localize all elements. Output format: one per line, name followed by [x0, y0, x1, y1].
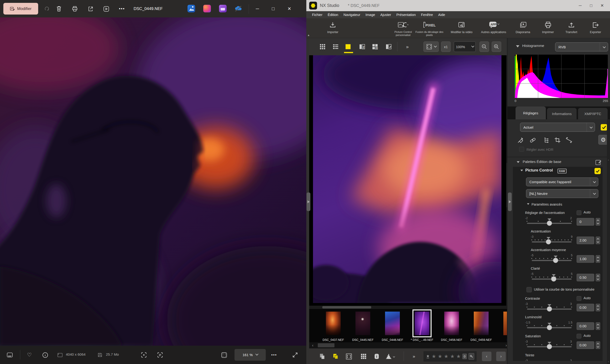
- sidebar-scrollbar[interactable]: ⌃ ⌄: [607, 119, 610, 364]
- retouch-brush-icon[interactable]: [529, 136, 536, 144]
- grid-view-icon[interactable]: [317, 41, 328, 52]
- slider-value[interactable]: 2.00: [577, 236, 594, 244]
- settings-gear-icon[interactable]: ⚙: [598, 135, 608, 145]
- picture-control-utility-button[interactable]: Picture Control personnalisé: [389, 20, 417, 37]
- value-stepper[interactable]: [596, 304, 600, 311]
- color-control-point-icon[interactable]: [542, 136, 549, 144]
- photo-info-icon[interactable]: [373, 353, 380, 360]
- histogram-chevron-icon[interactable]: [393, 355, 395, 358]
- print-button[interactable]: Imprimer: [542, 20, 554, 34]
- gray-point-eyedropper-icon[interactable]: [517, 136, 524, 144]
- star-icon[interactable]: ★: [444, 353, 448, 359]
- auto-checkbox[interactable]: [577, 334, 581, 338]
- zoom-level-button[interactable]: 161 %: [235, 349, 266, 361]
- favorite-heart-icon[interactable]: ♡: [26, 351, 33, 359]
- edit-button[interactable]: Modifier: [3, 3, 38, 14]
- scroll-up-icon[interactable]: ⌃: [607, 159, 610, 162]
- upload-button[interactable]: Transfert: [565, 20, 577, 34]
- grid-overlay-icon[interactable]: [360, 353, 367, 360]
- list-view-icon[interactable]: [330, 41, 341, 52]
- menu-fenetre[interactable]: Fenêtre: [418, 13, 436, 17]
- left-panel-collapse-handle[interactable]: [306, 193, 310, 211]
- zoom-out-icon[interactable]: [480, 41, 489, 52]
- star-icon[interactable]: ★: [431, 353, 436, 359]
- filmstrip-item[interactable]: DSC_0445.NEF: [348, 309, 377, 342]
- menu-ajuster[interactable]: Ajuster: [378, 13, 394, 17]
- histogram-channel-dropdown[interactable]: RVB: [555, 42, 608, 52]
- toolbar-collapse-icon[interactable]: ▲: [307, 34, 310, 37]
- adjustment-preset-dropdown[interactable]: Actuel: [520, 123, 595, 132]
- straighten-icon[interactable]: [565, 136, 572, 144]
- slider-track[interactable]: [527, 223, 572, 224]
- slider-thumb[interactable]: [553, 258, 558, 263]
- horizontal-scrollbar-thumb[interactable]: [322, 306, 371, 309]
- stack-filter-icon-active[interactable]: [332, 353, 339, 360]
- slideshow-icon[interactable]: [103, 5, 110, 13]
- menu-aide[interactable]: Aide: [436, 13, 448, 17]
- hdr-checkbox[interactable]: [519, 147, 524, 152]
- edit-palette-icon[interactable]: [595, 159, 602, 166]
- nx-image-canvas[interactable]: [309, 55, 510, 306]
- filmstrip-scrollbar[interactable]: ‹ ›: [309, 342, 510, 348]
- slider-track[interactable]: [527, 309, 572, 310]
- filmstrip-item[interactable]: DSC_0437.NEF: [319, 309, 347, 342]
- nx-minimize-button[interactable]: ─: [575, 3, 586, 8]
- slider-value[interactable]: 0.00: [577, 341, 594, 349]
- scroll-left-icon[interactable]: ‹: [310, 343, 315, 348]
- slider-track[interactable]: [527, 346, 572, 347]
- bottombar-more-icon[interactable]: »: [410, 353, 417, 360]
- tab-xmp-iptc[interactable]: XMP/IPTC: [578, 108, 608, 119]
- filmstrip-item[interactable]: DSC_0456.NEF: [437, 309, 466, 342]
- scroll-down-icon[interactable]: ⌄: [607, 360, 610, 363]
- menu-presentation[interactable]: Présentation: [394, 13, 418, 17]
- value-stepper[interactable]: [596, 255, 600, 263]
- collapse-triangle-icon[interactable]: [517, 161, 520, 163]
- collapse-triangle-icon[interactable]: [516, 45, 519, 47]
- designer-app-icon[interactable]: [203, 5, 211, 13]
- apply-adjustments-checkbox[interactable]: [601, 124, 607, 130]
- pixel-shift-merge-button[interactable]: PIXEL Fusion du décalage des pixels: [415, 20, 444, 37]
- single-view-icon-active[interactable]: [343, 41, 353, 52]
- nx-close-button[interactable]: ✕: [597, 3, 608, 8]
- horizontal-scrollbar[interactable]: [309, 306, 510, 309]
- next-image-button[interactable]: ›: [496, 351, 506, 361]
- clipchamp-app-icon[interactable]: [219, 5, 227, 13]
- right-panel-collapse-handle[interactable]: [508, 193, 512, 211]
- menu-fichier[interactable]: Fichier: [309, 13, 325, 17]
- zoom-percent-dropdown[interactable]: 100%: [454, 41, 476, 52]
- more-statusbar-icon[interactable]: •••: [271, 351, 278, 359]
- auto-checkbox[interactable]: [577, 210, 581, 215]
- delete-icon[interactable]: [55, 5, 63, 13]
- zoom-in-icon[interactable]: [492, 41, 501, 52]
- slider-value[interactable]: 1.00: [577, 255, 594, 263]
- four-up-view-icon[interactable]: 4: [370, 41, 380, 52]
- slideshow-button[interactable]: Diaporama: [515, 20, 530, 34]
- edit-video-button[interactable]: Modifier la vidéo: [451, 20, 472, 34]
- orientation-icon[interactable]: [319, 353, 326, 360]
- frame-mark-icon[interactable]: [345, 353, 352, 360]
- filmstrip-item[interactable]: DSC_0459.NEF: [467, 309, 496, 342]
- nx-maximize-button[interactable]: □: [586, 3, 597, 8]
- print-icon[interactable]: [71, 5, 78, 13]
- filmstrip-toggle-icon[interactable]: [6, 351, 13, 359]
- slider-thumb[interactable]: [547, 325, 552, 330]
- value-stepper[interactable]: [596, 218, 600, 226]
- auto-checkbox[interactable]: [577, 296, 581, 301]
- more-options-icon[interactable]: •••: [118, 5, 125, 13]
- onedrive-offline-icon[interactable]: [234, 5, 242, 13]
- remove-rating-icon[interactable]: [426, 353, 430, 359]
- filmstrip-item[interactable]: DSC_0446.NEF: [378, 309, 407, 342]
- compare-edit-view-icon[interactable]: [383, 41, 394, 52]
- tone-curve-checkbox[interactable]: [527, 287, 532, 292]
- export-button[interactable]: Exporter: [590, 20, 601, 34]
- info-icon[interactable]: [42, 351, 49, 359]
- star-icon[interactable]: ★: [438, 353, 442, 359]
- slider-value[interactable]: 0.00: [577, 322, 594, 330]
- filmstrip-scrollbar-thumb[interactable]: [318, 343, 334, 347]
- menu-navigateur[interactable]: Navigateur: [341, 13, 363, 17]
- value-stepper[interactable]: [596, 341, 600, 349]
- two-up-view-icon[interactable]: 2: [357, 41, 367, 52]
- text-extract-icon[interactable]: [156, 351, 164, 359]
- visual-search-icon[interactable]: [140, 351, 147, 359]
- star-icon[interactable]: ★: [456, 353, 461, 359]
